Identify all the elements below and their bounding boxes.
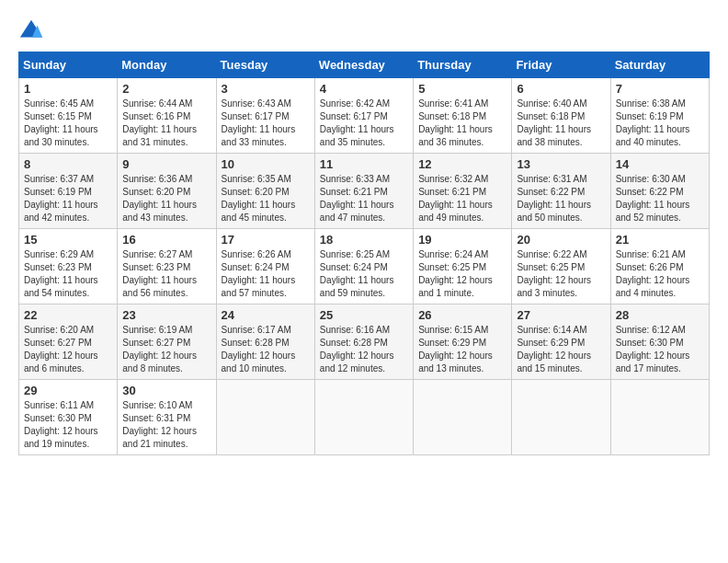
calendar-cell: 10 Sunrise: 6:35 AM Sunset: 6:20 PM Dayl… — [216, 154, 314, 229]
day-info: Sunrise: 6:30 AM Sunset: 6:22 PM Dayligh… — [616, 173, 704, 224]
day-info: Sunrise: 6:15 AM Sunset: 6:29 PM Dayligh… — [418, 324, 506, 375]
day-info: Sunrise: 6:31 AM Sunset: 6:22 PM Dayligh… — [517, 173, 605, 224]
calendar: SundayMondayTuesdayWednesdayThursdayFrid… — [18, 52, 710, 455]
day-info: Sunrise: 6:19 AM Sunset: 6:27 PM Dayligh… — [122, 324, 210, 375]
day-info: Sunrise: 6:27 AM Sunset: 6:23 PM Dayligh… — [122, 248, 210, 300]
day-number: 26 — [418, 308, 506, 322]
day-info: Sunrise: 6:10 AM Sunset: 6:31 PM Dayligh… — [122, 399, 210, 451]
day-number: 4 — [320, 82, 408, 96]
calendar-cell: 26 Sunrise: 6:15 AM Sunset: 6:29 PM Dayl… — [414, 304, 512, 380]
day-info: Sunrise: 6:33 AM Sunset: 6:21 PM Dayligh… — [320, 173, 408, 224]
day-info: Sunrise: 6:26 AM Sunset: 6:24 PM Dayligh… — [222, 248, 310, 300]
day-number: 9 — [122, 157, 210, 171]
calendar-cell: 11 Sunrise: 6:33 AM Sunset: 6:21 PM Dayl… — [314, 154, 413, 229]
calendar-cell: 22 Sunrise: 6:20 AM Sunset: 6:27 PM Dayl… — [19, 304, 118, 380]
day-number: 17 — [222, 233, 310, 247]
day-number: 30 — [122, 384, 210, 397]
day-info: Sunrise: 6:12 AM Sunset: 6:30 PM Dayligh… — [616, 324, 704, 375]
weekday-header-sunday: Sunday — [19, 52, 118, 78]
day-info: Sunrise: 6:24 AM Sunset: 6:25 PM Dayligh… — [418, 248, 506, 300]
day-info: Sunrise: 6:32 AM Sunset: 6:21 PM Dayligh… — [418, 173, 506, 224]
weekday-header-thursday: Thursday — [414, 52, 512, 78]
day-info: Sunrise: 6:44 AM Sunset: 6:16 PM Dayligh… — [122, 98, 210, 149]
day-number: 21 — [616, 233, 704, 247]
day-number: 20 — [517, 233, 605, 247]
day-info: Sunrise: 6:42 AM Sunset: 6:17 PM Dayligh… — [320, 98, 408, 149]
day-info: Sunrise: 6:40 AM Sunset: 6:18 PM Dayligh… — [517, 98, 605, 149]
calendar-cell: 13 Sunrise: 6:31 AM Sunset: 6:22 PM Dayl… — [512, 154, 610, 229]
calendar-cell: 1 Sunrise: 6:45 AM Sunset: 6:15 PM Dayli… — [19, 78, 118, 154]
day-number: 14 — [616, 157, 704, 171]
day-info: Sunrise: 6:20 AM Sunset: 6:27 PM Dayligh… — [24, 324, 112, 375]
calendar-cell: 9 Sunrise: 6:36 AM Sunset: 6:20 PM Dayli… — [118, 154, 216, 229]
weekday-header-friday: Friday — [512, 52, 610, 78]
logo — [18, 18, 48, 44]
day-info: Sunrise: 6:16 AM Sunset: 6:28 PM Dayligh… — [320, 324, 408, 375]
calendar-cell: 24 Sunrise: 6:17 AM Sunset: 6:28 PM Dayl… — [216, 304, 314, 380]
day-info: Sunrise: 6:11 AM Sunset: 6:30 PM Dayligh… — [24, 399, 112, 451]
calendar-cell: 28 Sunrise: 6:12 AM Sunset: 6:30 PM Dayl… — [610, 304, 709, 380]
calendar-cell — [610, 380, 709, 455]
day-number: 13 — [517, 157, 605, 171]
calendar-cell: 6 Sunrise: 6:40 AM Sunset: 6:18 PM Dayli… — [512, 78, 610, 154]
day-info: Sunrise: 6:38 AM Sunset: 6:19 PM Dayligh… — [616, 98, 704, 149]
day-number: 10 — [222, 157, 310, 171]
day-number: 28 — [616, 308, 704, 322]
day-number: 11 — [320, 157, 408, 171]
calendar-cell: 8 Sunrise: 6:37 AM Sunset: 6:19 PM Dayli… — [19, 154, 118, 229]
calendar-cell: 14 Sunrise: 6:30 AM Sunset: 6:22 PM Dayl… — [610, 154, 709, 229]
calendar-cell: 21 Sunrise: 6:21 AM Sunset: 6:26 PM Dayl… — [610, 229, 709, 304]
day-info: Sunrise: 6:29 AM Sunset: 6:23 PM Dayligh… — [24, 248, 112, 300]
day-number: 16 — [122, 233, 210, 247]
calendar-cell: 25 Sunrise: 6:16 AM Sunset: 6:28 PM Dayl… — [314, 304, 413, 380]
calendar-cell: 23 Sunrise: 6:19 AM Sunset: 6:27 PM Dayl… — [118, 304, 216, 380]
calendar-cell: 17 Sunrise: 6:26 AM Sunset: 6:24 PM Dayl… — [216, 229, 314, 304]
calendar-cell — [512, 380, 610, 455]
day-number: 19 — [418, 233, 506, 247]
day-number: 7 — [616, 82, 704, 96]
calendar-cell: 4 Sunrise: 6:42 AM Sunset: 6:17 PM Dayli… — [314, 78, 413, 154]
calendar-cell — [314, 380, 413, 455]
weekday-header-monday: Monday — [118, 52, 216, 78]
calendar-cell: 15 Sunrise: 6:29 AM Sunset: 6:23 PM Dayl… — [19, 229, 118, 304]
day-number: 3 — [222, 82, 310, 96]
calendar-cell — [216, 380, 314, 455]
day-number: 2 — [122, 82, 210, 96]
weekday-header-saturday: Saturday — [610, 52, 709, 78]
day-number: 27 — [517, 308, 605, 322]
calendar-cell: 5 Sunrise: 6:41 AM Sunset: 6:18 PM Dayli… — [414, 78, 512, 154]
calendar-cell: 3 Sunrise: 6:43 AM Sunset: 6:17 PM Dayli… — [216, 78, 314, 154]
calendar-cell: 16 Sunrise: 6:27 AM Sunset: 6:23 PM Dayl… — [118, 229, 216, 304]
day-number: 12 — [418, 157, 506, 171]
day-number: 24 — [222, 308, 310, 322]
weekday-header-wednesday: Wednesday — [314, 52, 413, 78]
calendar-cell: 7 Sunrise: 6:38 AM Sunset: 6:19 PM Dayli… — [610, 78, 709, 154]
weekday-header-tuesday: Tuesday — [216, 52, 314, 78]
day-info: Sunrise: 6:22 AM Sunset: 6:25 PM Dayligh… — [517, 248, 605, 300]
calendar-cell — [414, 380, 512, 455]
day-info: Sunrise: 6:17 AM Sunset: 6:28 PM Dayligh… — [222, 324, 310, 375]
day-number: 15 — [24, 233, 112, 247]
day-number: 8 — [24, 157, 112, 171]
day-info: Sunrise: 6:45 AM Sunset: 6:15 PM Dayligh… — [24, 98, 112, 149]
calendar-cell: 29 Sunrise: 6:11 AM Sunset: 6:30 PM Dayl… — [19, 380, 118, 455]
calendar-cell: 19 Sunrise: 6:24 AM Sunset: 6:25 PM Dayl… — [414, 229, 512, 304]
day-number: 6 — [517, 82, 605, 96]
day-info: Sunrise: 6:25 AM Sunset: 6:24 PM Dayligh… — [320, 248, 408, 300]
calendar-cell: 20 Sunrise: 6:22 AM Sunset: 6:25 PM Dayl… — [512, 229, 610, 304]
logo-icon — [18, 18, 44, 44]
day-info: Sunrise: 6:36 AM Sunset: 6:20 PM Dayligh… — [122, 173, 210, 224]
day-info: Sunrise: 6:41 AM Sunset: 6:18 PM Dayligh… — [418, 98, 506, 149]
day-number: 5 — [418, 82, 506, 96]
calendar-cell: 2 Sunrise: 6:44 AM Sunset: 6:16 PM Dayli… — [118, 78, 216, 154]
day-info: Sunrise: 6:35 AM Sunset: 6:20 PM Dayligh… — [222, 173, 310, 224]
day-number: 23 — [122, 308, 210, 322]
day-number: 29 — [24, 384, 112, 397]
day-info: Sunrise: 6:43 AM Sunset: 6:17 PM Dayligh… — [222, 98, 310, 149]
day-number: 22 — [24, 308, 112, 322]
calendar-cell: 30 Sunrise: 6:10 AM Sunset: 6:31 PM Dayl… — [118, 380, 216, 455]
day-number: 18 — [320, 233, 408, 247]
day-info: Sunrise: 6:14 AM Sunset: 6:29 PM Dayligh… — [517, 324, 605, 375]
day-info: Sunrise: 6:37 AM Sunset: 6:19 PM Dayligh… — [24, 173, 112, 224]
calendar-cell: 12 Sunrise: 6:32 AM Sunset: 6:21 PM Dayl… — [414, 154, 512, 229]
